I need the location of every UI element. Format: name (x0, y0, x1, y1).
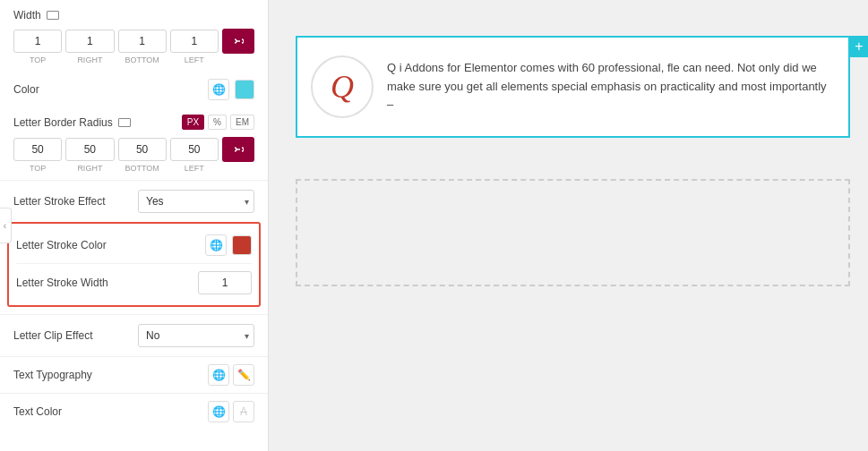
border-radius-section: Letter Border Radius PX % EM TOP RIGHT (0, 107, 268, 180)
br-label-left: LEFT (170, 164, 219, 173)
unit-toggle: PX % EM (182, 115, 254, 130)
widget-box[interactable]: Q Q i Addons for Elementor comes with 60… (296, 36, 850, 138)
width-label: Width (13, 9, 41, 21)
width-sub-labels: TOP RIGHT BOTTOM LEFT (13, 55, 254, 64)
br-label-bottom: BOTTOM (118, 164, 167, 173)
text-typography-label: Text Typography (13, 369, 92, 381)
color-globe-button[interactable]: 🌐 (208, 79, 229, 100)
widget-icon-circle: Q (311, 55, 374, 118)
canvas-panel: + Q Q i Addons for Elementor comes with … (269, 0, 868, 451)
label-left: LEFT (170, 55, 219, 64)
color-controls: 🌐 (208, 79, 254, 100)
typography-edit-button[interactable]: ✏️ (233, 364, 254, 386)
letter-stroke-color-label: Letter Stroke Color (16, 239, 107, 251)
letter-clip-effect-row: Letter Clip Effect No Yes ▾ (0, 314, 268, 356)
monitor-icon (47, 11, 59, 20)
widget-letter-symbol: Q (331, 68, 354, 106)
label-bottom: BOTTOM (118, 55, 167, 64)
border-radius-label: Letter Border Radius (13, 116, 113, 129)
widget-text-content: Q i Addons for Elementor comes with 60 p… (387, 59, 835, 115)
color-swatch[interactable] (235, 80, 254, 99)
br-monitor-icon (118, 118, 131, 127)
label-top: TOP (13, 55, 62, 64)
width-section: Width TOP RIGHT BOTTOM LEFT (0, 0, 268, 72)
letter-clip-effect-select[interactable]: No Yes (138, 324, 254, 347)
letter-clip-effect-select-wrapper: No Yes ▾ (138, 324, 254, 347)
letter-stroke-width-row: Letter Stroke Width (16, 263, 252, 298)
br-label-right: RIGHT (65, 164, 114, 173)
stroke-color-globe-button[interactable]: 🌐 (205, 234, 227, 256)
settings-panel: Width TOP RIGHT BOTTOM LEFT Color 🌐 (0, 0, 269, 451)
width-right-input[interactable] (65, 30, 114, 53)
br-label-top: TOP (13, 164, 62, 173)
letter-stroke-color-row: Letter Stroke Color 🌐 (16, 231, 252, 260)
width-link-button[interactable] (222, 29, 254, 54)
color-label: Color (13, 83, 39, 96)
br-bottom-input[interactable] (118, 138, 167, 161)
text-typography-row: Text Typography 🌐 ✏️ (0, 356, 268, 393)
label-right: RIGHT (65, 55, 114, 64)
stroke-color-swatch[interactable] (232, 235, 252, 255)
widget-description: Q i Addons for Elementor comes with 60 p… (387, 61, 827, 112)
width-bottom-input[interactable] (118, 30, 167, 53)
typography-globe-button[interactable]: 🌐 (208, 364, 229, 386)
letter-clip-effect-label: Letter Clip Effect (13, 329, 93, 342)
typography-icon-group: 🌐 ✏️ (208, 364, 254, 386)
stroke-highlighted-section: Letter Stroke Color 🌐 Letter Stroke Widt… (7, 222, 261, 307)
width-left-input[interactable] (170, 30, 219, 53)
letter-stroke-effect-select-wrapper: Yes No ▾ (138, 190, 254, 213)
br-right-input[interactable] (65, 138, 114, 161)
br-left-input[interactable] (170, 138, 219, 161)
border-radius-header: Letter Border Radius PX % EM (13, 115, 254, 130)
border-radius-inputs (13, 137, 254, 162)
width-top-input[interactable] (13, 30, 62, 53)
stroke-color-controls: 🌐 (205, 234, 252, 256)
unit-px-button[interactable]: PX (182, 115, 204, 130)
empty-placeholder-box (296, 179, 850, 286)
letter-stroke-effect-label: Letter Stroke Effect (13, 195, 106, 208)
color-row: Color 🌐 (0, 72, 268, 107)
text-color-label: Text Color (13, 405, 62, 418)
add-widget-button[interactable]: + (848, 36, 868, 57)
br-sub-labels: TOP RIGHT BOTTOM LEFT (13, 164, 254, 173)
width-inputs (13, 29, 254, 54)
letter-stroke-width-label: Letter Stroke Width (16, 277, 108, 289)
text-color-globe-button[interactable]: 🌐 (208, 401, 229, 422)
text-color-row: Text Color 🌐 A (0, 393, 268, 430)
text-color-icon-group: 🌐 A (208, 401, 254, 422)
unit-percent-button[interactable]: % (208, 115, 227, 130)
letter-stroke-effect-select[interactable]: Yes No (138, 190, 254, 213)
border-radius-title: Letter Border Radius (13, 116, 131, 129)
panel-collapse-handle[interactable]: ‹ (0, 208, 12, 243)
letter-stroke-effect-row: Letter Stroke Effect Yes No ▾ (0, 180, 268, 222)
br-link-button[interactable] (222, 137, 254, 162)
letter-stroke-width-input[interactable] (198, 271, 252, 294)
text-color-slash-button[interactable]: A (233, 401, 254, 422)
unit-em-button[interactable]: EM (230, 115, 254, 130)
canvas: + Q Q i Addons for Elementor comes with … (269, 0, 868, 451)
br-top-input[interactable] (13, 138, 62, 161)
